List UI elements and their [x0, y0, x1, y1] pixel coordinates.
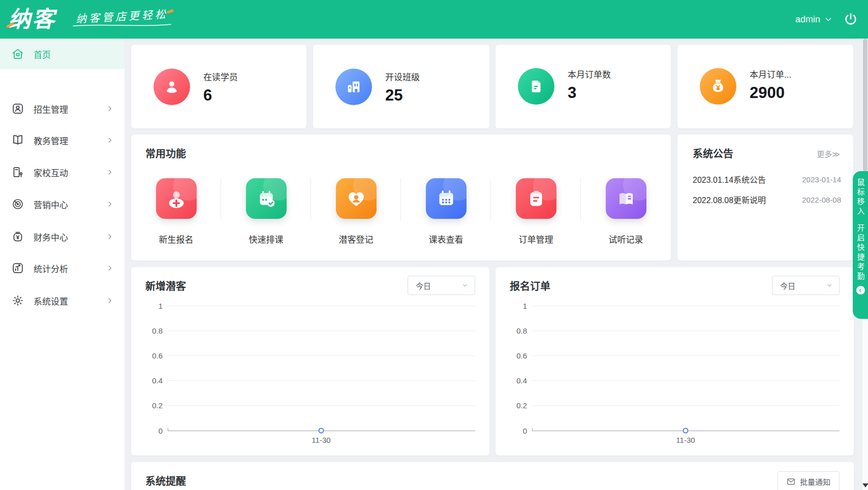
- func-label: 订单管理: [519, 233, 553, 245]
- quick-functions-card: 常用功能 新生报名: [131, 135, 671, 260]
- user-menu[interactable]: admin: [795, 14, 832, 25]
- bar-chart-icon: [11, 262, 25, 275]
- quick-attendance-tab[interactable]: 鼠标移入 开启快捷考勤: [853, 171, 868, 319]
- sidebar-item-label: 教务管理: [34, 134, 68, 147]
- func-label: 试听记录: [609, 233, 643, 245]
- y-tick: 0.4: [131, 376, 163, 385]
- target-icon: [11, 198, 25, 211]
- stat-label: 在读学员: [203, 70, 238, 83]
- stat-value: 2900: [750, 85, 791, 101]
- y-tick: 0.8: [131, 326, 163, 335]
- announcement-item[interactable]: 2022.08.08更新说明 2022-08-08: [693, 193, 841, 206]
- stat-card-orders: 本月订单数 3: [495, 45, 671, 128]
- func-item-timetable[interactable]: 课表查看: [401, 178, 491, 245]
- gear-icon: [11, 294, 25, 308]
- announcement-item[interactable]: 2023.01.14系统公告 2023-01-14: [693, 173, 841, 185]
- money-pot-icon: [11, 230, 25, 244]
- y-tick: 0.2: [495, 401, 527, 410]
- logo-tagline: 纳客管店更轻松: [71, 11, 173, 27]
- line-chart: 1 0.8 0.6 0.4 0.2 0 11-30: [131, 267, 489, 455]
- user-icon: [153, 69, 190, 105]
- stat-card-order-amount: 本月订单... 2900: [677, 45, 853, 128]
- func-item-quick-schedule[interactable]: 快速排课: [221, 178, 311, 245]
- gridline: [532, 331, 840, 331]
- y-tick: 0.6: [131, 351, 163, 360]
- chevron-right-icon: [106, 105, 113, 112]
- intercom-icon: [11, 166, 25, 179]
- gridline: [532, 355, 840, 356]
- announcement-title: 2022.08.08更新说明: [693, 193, 766, 206]
- sidebar-item-label: 财务中心: [34, 231, 68, 243]
- func-label: 潜客登记: [339, 233, 374, 245]
- gridline: [532, 405, 840, 406]
- chart-card-new-leads: 新增潜客 今日 1 0.8 0.6 0.4 0.2 0 11-30: [131, 267, 489, 455]
- data-point[interactable]: [319, 428, 324, 434]
- more-link[interactable]: 更多≫: [817, 148, 840, 159]
- announcement-title: 2023.01.14系统公告: [693, 173, 766, 185]
- person-card-icon: [11, 102, 25, 116]
- chevron-right-icon: [106, 265, 113, 272]
- stat-label: 本月订单数: [568, 68, 611, 80]
- chevron-right-icon: [106, 169, 113, 176]
- y-tick: 1: [495, 302, 527, 310]
- func-item-new-student[interactable]: 新生报名: [131, 178, 221, 245]
- side-tab-text: 鼠标移入: [857, 178, 864, 217]
- student-add-icon: [156, 178, 197, 219]
- chevron-right-icon: [106, 297, 113, 304]
- home-icon: [11, 47, 25, 61]
- sidebar-item-label: 统计分析: [34, 262, 68, 275]
- logo-text: 纳客: [8, 8, 56, 30]
- scroll-down-arrow-icon[interactable]: [862, 483, 868, 487]
- clipboard-icon: [516, 178, 556, 219]
- batch-notify-button[interactable]: 批量通知: [778, 471, 840, 490]
- gridline: [168, 405, 475, 406]
- section-title: 常用功能: [145, 146, 186, 160]
- sidebar-item-statistics[interactable]: 统计分析: [0, 254, 125, 282]
- func-item-lead-register[interactable]: 潜客登记: [311, 178, 401, 245]
- sidebar-item-academics[interactable]: 教务管理: [0, 126, 125, 154]
- chevron-right-icon: [106, 201, 113, 208]
- sidebar-item-label: 招生管理: [34, 103, 68, 115]
- sidebar-item-home-school[interactable]: 家校互动: [0, 158, 125, 186]
- sidebar-item-label: 家校互动: [34, 166, 68, 179]
- building-icon: [335, 69, 372, 105]
- scrollbar-thumb[interactable]: [863, 39, 867, 172]
- gridline: [168, 306, 475, 306]
- calendar-grid-icon: [426, 178, 467, 219]
- stat-label: 本月订单...: [750, 68, 791, 80]
- sidebar-item-enrollment[interactable]: 招生管理: [0, 94, 125, 123]
- func-item-trial-record[interactable]: 试听记录: [581, 178, 671, 245]
- y-tick: 0.8: [495, 326, 527, 335]
- y-tick: 0.2: [131, 401, 163, 410]
- section-title: 系统公告: [693, 146, 733, 160]
- sidebar-item-label: 营销中心: [34, 198, 68, 211]
- logout-button[interactable]: [844, 12, 858, 26]
- func-item-order-manage[interactable]: 订单管理: [491, 178, 581, 245]
- stat-card-students: 在读学员 6: [131, 45, 306, 128]
- sidebar-item-home[interactable]: 首页: [0, 39, 125, 69]
- open-book-icon: [606, 178, 646, 219]
- sidebar-item-marketing[interactable]: 营销中心: [0, 190, 125, 218]
- x-tick: 11-30: [312, 436, 330, 444]
- line-chart: 1 0.8 0.6 0.4 0.2 0 11-30: [495, 267, 854, 455]
- reminders-card: 系统提醒 批量通知: [131, 462, 854, 490]
- sidebar-item-settings[interactable]: 系统设置: [0, 286, 125, 315]
- announcement-date: 2022-08-08: [802, 195, 841, 204]
- book-icon: [11, 134, 25, 147]
- sidebar-item-finance[interactable]: 财务中心: [0, 222, 125, 251]
- calendar-check-icon: [246, 178, 287, 219]
- batch-notify-label: 批量通知: [800, 476, 830, 487]
- gridline: [532, 306, 840, 306]
- section-title: 系统提醒: [145, 473, 186, 488]
- chevron-right-icon: [106, 233, 113, 240]
- gridline: [532, 380, 840, 381]
- data-point[interactable]: [683, 428, 689, 434]
- sidebar-item-label: 首页: [34, 48, 51, 60]
- y-tick: 0.6: [495, 351, 527, 360]
- chevron-left-circle-icon[interactable]: [856, 286, 865, 295]
- stat-label: 开设班级: [385, 70, 420, 83]
- gridline: [168, 380, 475, 381]
- document-icon: [518, 68, 554, 105]
- sidebar-item-label: 系统设置: [34, 295, 68, 307]
- gridline: [168, 331, 475, 331]
